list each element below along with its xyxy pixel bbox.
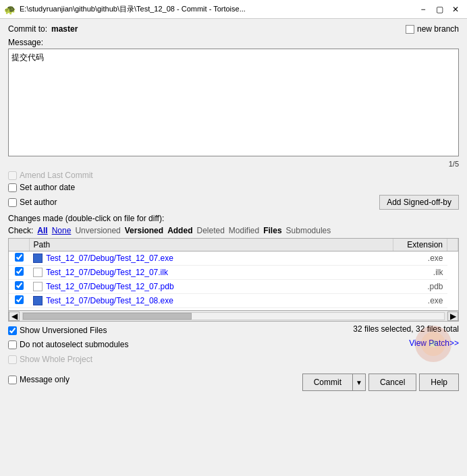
author-left: Set author xyxy=(8,198,57,207)
filter-row: Check: All None Unversioned Versioned Ad… xyxy=(8,226,459,235)
table-row[interactable]: Test_12_07/Debug/Test_12_07.ilk .ilk xyxy=(9,266,458,280)
set-author-checkbox[interactable] xyxy=(8,198,17,207)
commit-branch: master xyxy=(51,24,78,34)
filter-versioned[interactable]: Versioned xyxy=(125,226,163,235)
show-whole-project-label: Show Whole Project xyxy=(20,355,92,364)
no-autoselect-checkbox[interactable] xyxy=(8,340,17,349)
author-date-row: Set author date xyxy=(8,183,459,192)
file-icon xyxy=(33,268,43,277)
file-table-container[interactable]: Path Extension Test_12_07/Debug/Test_12_… xyxy=(8,238,459,311)
main-content: Commit to: master new branch Message: 提交… xyxy=(0,19,467,396)
file-name: Test_12_07/Debug/Test_12_08.exe xyxy=(46,296,173,305)
commit-to-row: Commit to: master new branch xyxy=(8,24,459,34)
h-scrollbar-thumb xyxy=(23,313,192,320)
char-count: 1/5 xyxy=(8,160,459,168)
message-only-checkbox[interactable] xyxy=(8,376,17,384)
filter-modified[interactable]: Modified xyxy=(229,226,259,235)
h-scrollbar-row: ◀ ▶ xyxy=(8,311,459,322)
show-unversioned-checkbox[interactable] xyxy=(8,326,17,335)
file-name-cell: Test_12_07/Debug/Test_12_07.ilk xyxy=(29,266,393,280)
table-header-row: Path Extension xyxy=(9,239,458,251)
show-unversioned-row: Show Unversioned Files xyxy=(8,326,107,335)
filter-none[interactable]: None xyxy=(52,226,72,235)
commit-to-label: Commit to: xyxy=(8,24,47,34)
commit-button[interactable]: Commit xyxy=(302,374,353,391)
show-whole-project-row: Show Whole Project xyxy=(8,355,459,364)
title-bar-text: E:\studyruanjian\github\github\目录\Test_1… xyxy=(20,4,412,14)
col-checkbox xyxy=(9,239,29,251)
file-checkbox-cell[interactable] xyxy=(9,251,29,266)
author-date-label: Set author date xyxy=(20,183,75,192)
file-name-cell: Test_12_07/Debug/Test_12_08.exe xyxy=(29,294,393,308)
col-scrollbar-placeholder xyxy=(447,239,458,251)
table-row[interactable]: Test_12_07/Debug/Test_12_08.exe .exe xyxy=(9,294,458,308)
col-path[interactable]: Path xyxy=(29,239,393,251)
action-buttons: Commit ▼ Cancel Help xyxy=(302,374,459,391)
show-whole-project-checkbox[interactable] xyxy=(8,355,17,364)
filter-all[interactable]: All xyxy=(37,226,47,235)
new-branch-container: new branch xyxy=(406,24,459,34)
table-row[interactable]: Test_12_07/Debug/Test_12_07.exe .exe xyxy=(9,251,458,266)
title-bar: 🐢 E:\studyruanjian\github\github\目录\Test… xyxy=(0,0,467,19)
amend-checkbox[interactable] xyxy=(8,171,17,180)
new-branch-label: new branch xyxy=(417,24,459,34)
file-ext-cell: .exe xyxy=(393,294,447,308)
filter-files[interactable]: Files xyxy=(263,226,281,235)
tortoise-watermark: 🐢 xyxy=(413,324,454,364)
file-checkbox[interactable] xyxy=(15,253,24,262)
svg-text:🐢: 🐢 xyxy=(429,338,439,348)
amend-label: Amend Last Commit xyxy=(20,171,93,180)
file-name-cell: Test_12_07/Debug/Test_12_07.pdb xyxy=(29,280,393,294)
commit-btn-group: Commit ▼ xyxy=(302,374,366,391)
commit-dropdown-button[interactable]: ▼ xyxy=(353,374,366,391)
message-only-row: Message only xyxy=(8,375,70,384)
file-name: Test_12_07/Debug/Test_12_07.exe xyxy=(46,254,173,263)
title-bar-controls: − ▢ ✕ xyxy=(416,3,463,16)
new-branch-checkbox[interactable] xyxy=(406,25,414,34)
file-ext-cell: .ilk xyxy=(393,266,447,280)
file-name: Test_12_07/Debug/Test_12_07.ilk xyxy=(46,268,168,277)
no-autoselect-label: Do not autoselect submodules xyxy=(20,340,128,349)
message-only-label: Message only xyxy=(20,375,70,384)
file-checkbox[interactable] xyxy=(15,281,24,290)
file-name: Test_12_07/Debug/Test_12_07.pdb xyxy=(46,282,174,291)
message-textarea[interactable]: 提交代码 xyxy=(8,49,459,156)
file-name-cell: Test_12_07/Debug/Test_12_07.exe xyxy=(29,251,393,266)
table-row[interactable]: Test_12_07/Debug/Test_12_07.pdb .pdb xyxy=(9,280,458,294)
file-checkbox-cell[interactable] xyxy=(9,294,29,308)
author-row: Set author Add Signed-off-by xyxy=(8,195,459,210)
message-label: Message: xyxy=(8,38,459,47)
file-checkbox[interactable] xyxy=(15,295,24,304)
author-date-checkbox[interactable] xyxy=(8,183,17,192)
file-icon xyxy=(33,254,43,263)
filter-unversioned[interactable]: Unversioned xyxy=(75,226,120,235)
h-scrollbar-track[interactable] xyxy=(22,312,445,320)
minimize-button[interactable]: − xyxy=(416,3,431,16)
add-signed-button[interactable]: Add Signed-off-by xyxy=(379,195,459,210)
close-button[interactable]: ✕ xyxy=(448,3,463,16)
do-not-autoselect-row: Do not autoselect submodules xyxy=(8,340,128,349)
changes-label: Changes made (double-click on file for d… xyxy=(8,214,459,223)
file-checkbox-cell[interactable] xyxy=(9,266,29,280)
file-icon xyxy=(33,296,43,305)
cancel-button[interactable]: Cancel xyxy=(368,374,416,391)
check-label: Check: xyxy=(8,226,33,235)
app-icon: 🐢 xyxy=(4,4,16,15)
col-extension[interactable]: Extension xyxy=(393,239,447,251)
scroll-left-btn[interactable]: ◀ xyxy=(9,311,20,321)
set-author-label: Set author xyxy=(20,198,57,207)
scroll-right-btn[interactable]: ▶ xyxy=(447,311,458,321)
file-ext-cell: .exe xyxy=(393,251,447,266)
filter-deleted[interactable]: Deleted xyxy=(196,226,224,235)
show-unversioned-label: Show Unversioned Files xyxy=(20,326,107,335)
restore-button[interactable]: ▢ xyxy=(432,3,447,16)
file-icon xyxy=(33,282,43,291)
filter-submodules[interactable]: Submodules xyxy=(286,226,331,235)
file-checkbox[interactable] xyxy=(15,267,24,276)
file-ext-cell: .pdb xyxy=(393,280,447,294)
file-checkbox-cell[interactable] xyxy=(9,280,29,294)
filter-added[interactable]: Added xyxy=(167,226,192,235)
amend-row: Amend Last Commit xyxy=(8,171,459,180)
file-table: Path Extension Test_12_07/Debug/Test_12_… xyxy=(9,239,458,308)
help-button[interactable]: Help xyxy=(419,374,459,391)
